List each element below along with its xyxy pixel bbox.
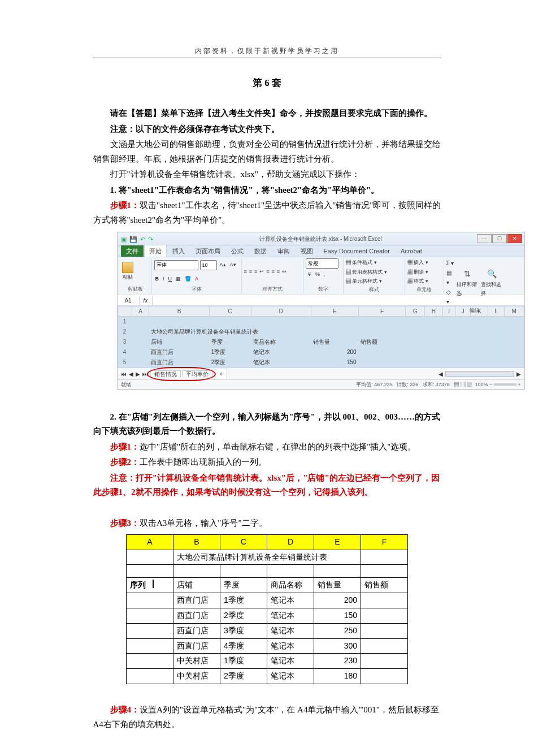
tab-insert[interactable]: 插入 (167, 244, 190, 257)
colh-e[interactable]: E (314, 534, 361, 550)
cell-style-button[interactable]: ▦ 单元格样式 ▾ (346, 277, 382, 286)
font-color-icon[interactable]: A (194, 275, 199, 283)
wrap-icon[interactable]: ↩︎ (259, 267, 264, 276)
percent-icon[interactable]: % (314, 271, 321, 277)
table-row[interactable]: 中关村店1季度笔记本230 (127, 654, 408, 669)
fill-icon[interactable]: ▤ ▾ (446, 268, 454, 287)
col-head-m[interactable]: M (504, 306, 524, 317)
colh-c[interactable]: C (220, 534, 267, 550)
data-row-3[interactable]: 3 店铺季度商品名称销售量销售额 (118, 337, 524, 347)
paste-button[interactable]: 粘贴 (122, 262, 133, 282)
tab-layout[interactable]: 页面布局 (190, 244, 225, 257)
tab-review[interactable]: 审阅 (272, 244, 295, 257)
table-row[interactable]: 西直门店2季度笔记本150 (127, 608, 408, 623)
zoom-slider[interactable] (494, 383, 516, 386)
italic-button[interactable]: I (162, 275, 166, 283)
find-select-button[interactable]: 🔍 查找和选择 (481, 267, 503, 298)
col-head-e[interactable]: E (311, 306, 358, 317)
save-icon[interactable]: 💾 (129, 234, 137, 245)
colh-b[interactable]: B (173, 534, 220, 550)
tab-edc[interactable]: Easy Document Creator (319, 244, 395, 257)
table2-blank-row[interactable] (127, 565, 408, 578)
view-layout-icon[interactable]: ▥ (461, 382, 466, 387)
align-left-icon[interactable]: ≡ (266, 267, 269, 276)
currency-icon[interactable]: ￥ (306, 271, 313, 277)
shrink-font-icon[interactable]: A▾ (229, 261, 237, 269)
cells-delete-button[interactable]: ▦ 删除 ▾ (407, 268, 428, 277)
colh-d[interactable]: D (267, 534, 314, 550)
border-icon[interactable]: ▦ (175, 275, 182, 283)
col-head-blank[interactable] (118, 306, 132, 317)
sort-filter-button[interactable]: ⇅ 排序和筛选 (457, 267, 479, 298)
worksheet-grid[interactable]: A B C D E F G H I J K L M 1 (118, 306, 524, 368)
sheet-tab-new[interactable]: ✧ (215, 369, 227, 379)
col-head-a[interactable]: A (132, 306, 149, 317)
col-head-c[interactable]: C (209, 306, 251, 317)
colh-f[interactable]: F (361, 534, 408, 550)
colh-a[interactable]: A (127, 534, 173, 550)
underline-button[interactable]: U (167, 275, 173, 283)
align-bot-icon[interactable]: ≡ (254, 267, 257, 276)
maximize-button[interactable]: ☐ (492, 234, 507, 243)
table-row[interactable]: 中关村店2季度笔记本180 (127, 669, 408, 684)
tab-view[interactable]: 视图 (296, 244, 318, 257)
bold-button[interactable]: B (154, 275, 160, 283)
align-top-icon[interactable]: ≡ (244, 267, 247, 276)
name-box[interactable]: A1 (118, 296, 140, 305)
col-head-f[interactable]: F (358, 306, 406, 317)
font-size-input[interactable] (200, 260, 217, 270)
data-row-1[interactable]: 1 (118, 317, 524, 327)
col-head-g[interactable]: G (406, 306, 424, 317)
tab-file[interactable]: 文件 (121, 244, 144, 257)
autosum-icon[interactable]: Σ ▾ (446, 258, 454, 268)
data-row-2[interactable]: 2大地公司某品牌计算机设备全年销量统计表 (118, 327, 524, 337)
col-head-d[interactable]: D (251, 306, 311, 317)
data-row-5[interactable]: 5 西直门店2季度笔记本150 (118, 357, 524, 368)
clear-icon[interactable]: ◇ ▾ (446, 287, 454, 306)
align-center-icon[interactable]: ≡ (272, 267, 275, 276)
cells-format-button[interactable]: ▦ 格式 ▾ (407, 277, 428, 286)
zoom-in-icon[interactable]: + (518, 382, 520, 387)
table-row[interactable]: 西直门店3季度笔记本250 (127, 623, 408, 638)
minimize-button[interactable]: — (477, 234, 492, 243)
align-right-icon[interactable]: ≡ (277, 267, 280, 276)
tab-nav-prev-icon[interactable]: ◀ (129, 369, 133, 379)
table2-header-row[interactable]: 序列 店铺 季度 商品名称 销售量 销售额 (127, 578, 408, 593)
tab-formula[interactable]: 公式 (226, 244, 249, 257)
cells-insert-button[interactable]: ▦ 插入 ▾ (407, 258, 428, 267)
font-name-input[interactable] (154, 260, 198, 270)
table-row[interactable]: 西直门店4季度笔记本300 (127, 638, 408, 654)
cell-a3[interactable]: 序列 (127, 578, 173, 593)
table2-title-row[interactable]: 大地公司某品牌计算机设备全年销量统计表 (127, 550, 408, 565)
tab-nav-next-icon[interactable]: ▶ (136, 369, 140, 379)
h-scrollbar[interactable] (445, 371, 514, 377)
table-row[interactable]: 西直门店1季度笔记本200 (127, 593, 408, 608)
tab-home[interactable]: 开始 (144, 244, 167, 257)
data-row-4[interactable]: 4 西直门店1季度笔记本200 (118, 347, 524, 357)
zoom-value[interactable]: 100% (475, 382, 488, 387)
grow-font-icon[interactable]: A▴ (219, 261, 227, 269)
sheet-tab-2[interactable]: 平均单价 (182, 370, 212, 377)
tab-acrobat[interactable]: Acrobat (396, 244, 427, 257)
zoom-out-icon[interactable]: − (489, 382, 492, 387)
view-break-icon[interactable]: ▤ (467, 382, 472, 387)
tab-nav-first-icon[interactable]: ⏮ (121, 369, 127, 379)
view-normal-icon[interactable]: ▦ (454, 382, 459, 387)
fx-label[interactable]: fx (140, 296, 153, 305)
close-button[interactable]: ✕ (507, 234, 522, 243)
sheet-tab-1[interactable]: 销售情况 (150, 370, 181, 377)
align-mid-icon[interactable]: ≡ (249, 267, 252, 276)
h-scroll-right-icon[interactable]: ▶ (516, 369, 521, 379)
number-format-input[interactable] (306, 258, 338, 269)
col-head-h[interactable]: H (424, 306, 442, 317)
col-head-b[interactable]: B (149, 306, 209, 317)
comma-icon[interactable]: , (323, 271, 327, 277)
merge-icon[interactable]: ⇔ (282, 267, 286, 276)
undo-icon[interactable]: ↶ (140, 234, 145, 245)
format-table-button[interactable]: ▦ 套用表格格式 ▾ (346, 268, 387, 277)
fill-color-icon[interactable]: 🪣 (184, 275, 192, 283)
redo-icon[interactable]: ↷ (148, 234, 153, 245)
cond-format-button[interactable]: ▦ 条件格式 ▾ (346, 258, 377, 267)
tab-data[interactable]: 数据 (249, 244, 272, 257)
h-scroll-left-icon[interactable]: ◀ (439, 369, 443, 379)
